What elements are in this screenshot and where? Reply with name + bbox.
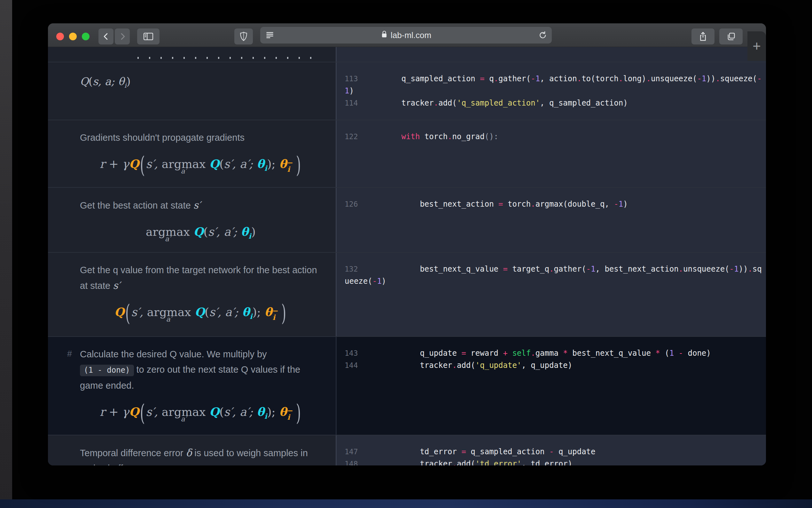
row-td-error-annotation: Temporal difference error δ is used to w… [48, 435, 336, 465]
sidebar-toggle-button[interactable] [137, 29, 159, 44]
row-clipped-top [48, 47, 766, 62]
wallpaper-bottom-strip [0, 499, 812, 508]
row-q-sampled-action: Q(s, a; θi)113 q_sampled_action = q.gath… [48, 62, 766, 120]
url-text-group: lab-ml.com [381, 30, 431, 41]
annotation-text-segment: Gradients shouldn't propagate gradients [80, 132, 245, 143]
new-tab-button[interactable]: + [748, 31, 766, 61]
annotation-text: Gradients shouldn't propagate gradients [80, 130, 322, 145]
row-q-update: #Calculate the desired Q value. We multi… [48, 336, 766, 435]
code-line-126: 126 best_next_action = torch.argmax(doub… [345, 198, 761, 210]
math-sup-sub-stack: −i [287, 406, 295, 417]
new-tab-icon: + [753, 38, 761, 54]
math-formula-display: Q(s′, argmaxa′ Q(s′, a′; θi); θ−i) [80, 304, 322, 325]
math-underscript: argmaxa′ [147, 304, 191, 321]
forward-icon [118, 32, 127, 41]
annotation-text-segment: Calculate the desired Q value. We multip… [80, 349, 267, 359]
zoom-button[interactable] [82, 33, 90, 40]
section-permalink-hash: # [67, 349, 72, 359]
annotation-text: Get the best action at state s′ [80, 197, 322, 213]
math-sup-sub-stack: −i [287, 158, 295, 169]
forward-button[interactable] [115, 29, 130, 44]
row-td-error-code: 147 td_error = q_sampled_action - q_upda… [336, 435, 766, 465]
math-underscript: argmaxa′ [146, 224, 190, 240]
wallpaper-left-strip [0, 0, 12, 508]
privacy-shield-button[interactable] [234, 29, 253, 44]
row-q-update-code: 143 q_update = reward + self.gamma * bes… [336, 337, 766, 435]
sidebar-icon [143, 32, 154, 41]
url-text: lab-ml.com [391, 30, 431, 40]
share-icon [699, 31, 708, 42]
reader-lines-icon[interactable] [265, 31, 274, 41]
math-formula-display: r + γQ(s′, argmaxa′ Q(s′, a′; θi); θ−i) [80, 156, 322, 177]
row-best-action-annotation: Get the best action at state s′argmaxa′ … [48, 188, 336, 252]
row-best-action-code: 126 best_next_action = torch.argmax(doub… [336, 188, 766, 252]
math-formula-display: r + γQ(s′, argmaxa′ Q(s′, a′; θi); θ−i) [80, 404, 322, 424]
annotation-text-segment: Temporal difference error [80, 448, 186, 458]
row-q-sampled-action-annotation: Q(s, a; θi) [48, 62, 336, 120]
annotation-text-segment: s′ [113, 280, 120, 291]
line-number: 126 [345, 198, 365, 210]
annotation-text: Calculate the desired Q value. We multip… [80, 346, 322, 393]
code-line-132: 132 best_next_q_value = target_q.gather(… [345, 263, 761, 287]
row-target-q-value-annotation: Get the q value from the target network … [48, 253, 336, 336]
clipped-text-fragments [138, 57, 317, 59]
code-line-113: 113 q_sampled_action = q.gather(-1, acti… [345, 73, 761, 97]
math-sup-sub-stack: −i [272, 306, 280, 318]
row-target-q-value: Get the q value from the target network … [48, 252, 766, 336]
line-number: 132 [345, 263, 365, 275]
code-line-114: 114 tracker.add('q_sampled_action', q_sa… [345, 97, 761, 109]
math-formula-display: argmaxa′ Q(s′, a′; θi) [80, 223, 322, 244]
line-number: 114 [345, 97, 365, 109]
line-number: 144 [345, 359, 365, 371]
annotation-text-segment: δ [186, 447, 192, 458]
annotation-text: Temporal difference error δ is used to w… [80, 445, 322, 465]
shield-icon [239, 32, 248, 41]
annotation-text: Get the q value from the target network … [80, 262, 322, 293]
traffic-lights [56, 33, 90, 40]
line-number: 113 [345, 73, 365, 85]
annotation-text-segment: s′ [193, 199, 201, 211]
code-line-122: 122 with torch.no_grad(): [345, 130, 761, 143]
line-number: 143 [345, 347, 365, 359]
code-line-147: 147 td_error = q_sampled_action - q_upda… [345, 446, 761, 458]
annotated-code-content: Q(s, a; θi)113 q_sampled_action = q.gath… [48, 47, 766, 465]
row-no-grad-annotation: Gradients shouldn't propagate gradientsr… [48, 120, 336, 187]
minimize-button[interactable] [69, 33, 77, 40]
row-no-grad: Gradients shouldn't propagate gradientsr… [48, 120, 766, 187]
back-icon [102, 32, 111, 41]
close-button[interactable] [56, 33, 64, 40]
math-underscript: argmaxa′ [162, 404, 206, 420]
browser-toolbar: lab-ml.com + [48, 24, 766, 47]
row-no-grad-code: 122 with torch.no_grad(): [336, 120, 766, 187]
lock-icon [381, 30, 388, 41]
row-clipped-top-code [336, 47, 766, 62]
safari-window: lab-ml.com + Q(s, a; θi)113 q [48, 24, 766, 465]
desktop-background: lab-ml.com + Q(s, a; θi)113 q [0, 0, 812, 508]
code-line-148: 148 tracker.add('td_error', td_error) [345, 458, 761, 465]
line-number: 147 [345, 446, 365, 458]
tab-overview-button[interactable] [719, 29, 743, 44]
row-td-error: Temporal difference error δ is used to w… [48, 435, 766, 465]
row-clipped-top-annotation [48, 47, 336, 62]
line-number: 122 [345, 130, 365, 143]
code-line-143: 143 q_update = reward + self.gamma * bes… [345, 347, 761, 359]
line-number: 148 [345, 458, 365, 465]
inline-code-chip: (1 - done) [80, 365, 134, 376]
code-line-144: 144 tracker.add('q_update', q_update) [345, 359, 761, 371]
row-q-update-annotation: #Calculate the desired Q value. We multi… [48, 337, 336, 435]
annotation-text-segment: Get the best action at state [80, 200, 193, 211]
share-button[interactable] [691, 29, 715, 44]
row-q-sampled-action-code: 113 q_sampled_action = q.gather(-1, acti… [336, 62, 766, 120]
tabs-overview-icon [726, 32, 736, 41]
back-button[interactable] [98, 29, 113, 44]
row-best-action: Get the best action at state s′argmaxa′ … [48, 187, 766, 252]
row-target-q-value-code: 132 best_next_q_value = target_q.gather(… [336, 253, 766, 336]
reload-icon[interactable] [538, 31, 547, 41]
math-underscript: argmaxa′ [162, 156, 206, 172]
math-formula-inline: Q(s, a; θi) [80, 73, 322, 94]
url-field[interactable]: lab-ml.com [260, 27, 552, 43]
